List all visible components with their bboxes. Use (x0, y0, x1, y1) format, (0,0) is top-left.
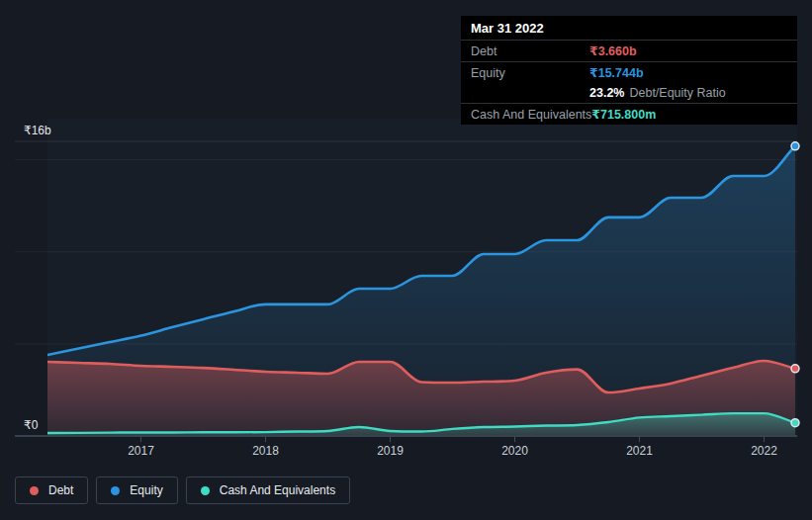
tooltip-date: Mar 31 2022 (461, 16, 797, 41)
legend-item-equity[interactable]: Equity (96, 477, 177, 504)
tooltip-row-cash: Cash And Equivalents ₹715.800m (461, 104, 797, 125)
debt-end-dot (791, 365, 799, 373)
legend-item-cash[interactable]: Cash And Equivalents (186, 477, 350, 504)
tooltip-row-debt: Debt ₹3.660b (461, 41, 797, 62)
chart-tooltip: Mar 31 2022 Debt ₹3.660b Equity ₹15.744b… (461, 16, 797, 125)
equity-dot-icon (111, 486, 120, 495)
x-axis-label: 2021 (626, 444, 653, 458)
x-axis-label: 2022 (751, 444, 777, 458)
chart-legend: Debt Equity Cash And Equivalents (15, 477, 350, 504)
tooltip-ratio-percent: 23.2% (589, 86, 624, 100)
legend-label-equity: Equity (130, 483, 162, 497)
x-axis-label: 2020 (501, 444, 528, 458)
tooltip-debt-label: Debt (471, 44, 589, 58)
debt-dot-icon (30, 486, 39, 495)
tooltip-cash-value: ₹715.800m (591, 107, 656, 122)
x-axis-label: 2017 (128, 444, 154, 458)
cash-dot-icon (201, 486, 210, 495)
cash-end-dot (791, 419, 799, 427)
tooltip-ratio-label: Debt/Equity Ratio (629, 86, 725, 100)
equity-end-dot (791, 142, 799, 150)
y-axis-label-zero: ₹0 (24, 418, 39, 432)
tooltip-cash-label: Cash And Equivalents (471, 108, 591, 122)
tooltip-equity-value: ₹15.744b (589, 65, 644, 80)
tooltip-row-equity: Equity ₹15.744b (461, 62, 797, 83)
legend-label-cash: Cash And Equivalents (220, 483, 335, 497)
legend-item-debt[interactable]: Debt (15, 477, 88, 504)
tooltip-equity-label: Equity (471, 66, 589, 80)
y-axis-label-max: ₹16b (24, 124, 51, 137)
legend-label-debt: Debt (48, 483, 73, 497)
tooltip-debt-value: ₹3.660b (589, 43, 637, 58)
x-axis-label: 2018 (252, 444, 279, 458)
x-axis-label: 2019 (377, 444, 404, 458)
tooltip-row-ratio: 23.2% Debt/Equity Ratio (461, 83, 797, 104)
